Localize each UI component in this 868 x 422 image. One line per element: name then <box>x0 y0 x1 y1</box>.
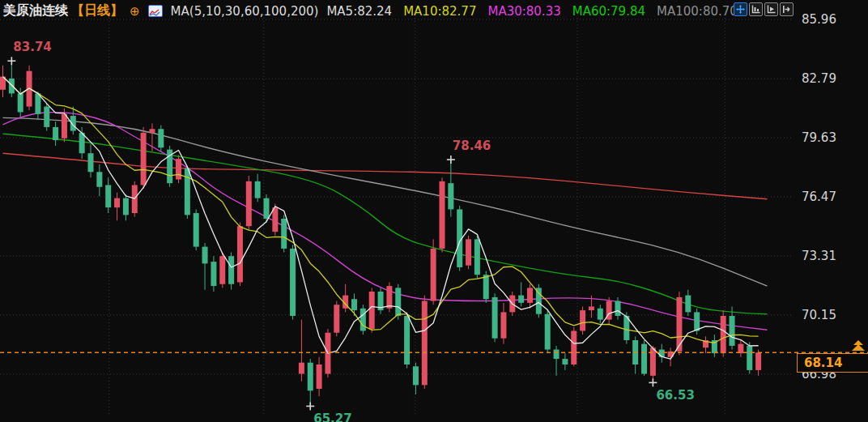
candle-down <box>474 236 480 279</box>
candle-up <box>334 301 339 337</box>
candle-up <box>219 253 225 288</box>
candle-down <box>545 310 551 353</box>
candle-down <box>659 344 665 363</box>
candle-up <box>272 204 278 236</box>
ma30-line <box>3 113 768 330</box>
candle-up <box>132 181 138 217</box>
playback-tool-button[interactable] <box>764 2 778 16</box>
candle-up <box>606 297 612 326</box>
instrument-title: 美原油连续 <box>3 2 68 19</box>
ma-legend: MA5:82.24 MA10:82.77 MA30:80.33 MA60:79.… <box>326 4 737 19</box>
mini-chart-icon[interactable] <box>148 5 163 17</box>
extreme-marker <box>306 402 314 410</box>
ma5-value: MA5:82.24 <box>326 4 392 19</box>
ma100-value: MA100:80.70 <box>657 4 738 19</box>
candle-down <box>9 61 15 97</box>
candle-up <box>721 310 726 357</box>
candle-up <box>668 347 674 366</box>
candle-down <box>70 107 76 135</box>
candle-down <box>518 282 524 306</box>
candles <box>0 61 761 406</box>
candle-down <box>228 253 234 290</box>
candle-up <box>431 239 436 305</box>
ma60-value: MA60:79.84 <box>572 4 645 19</box>
candle-down <box>492 293 498 342</box>
candle-up <box>571 327 577 366</box>
candle-up <box>580 306 585 335</box>
ma5-line <box>3 77 759 359</box>
candle-down <box>44 103 49 131</box>
candle-down <box>730 306 735 349</box>
candle-down <box>598 305 603 323</box>
candle-down <box>448 160 453 217</box>
candle-down <box>483 271 489 303</box>
candle-down <box>185 166 190 219</box>
candle-up <box>114 193 120 221</box>
candle-up <box>527 284 533 309</box>
candle-down <box>53 121 58 146</box>
candle-down <box>308 359 313 406</box>
candle-down <box>404 312 410 368</box>
candle-down <box>202 243 208 290</box>
candle-up <box>755 350 761 376</box>
candlestick-chart[interactable] <box>0 0 868 422</box>
candle-down <box>641 340 647 376</box>
candle-up <box>500 303 506 344</box>
candle-up <box>299 320 304 382</box>
candle-up <box>0 66 6 97</box>
candle-down <box>123 194 129 220</box>
period-label[interactable]: 【日线】 <box>71 2 123 19</box>
current-price-value: 68.14 <box>804 356 842 370</box>
candle-down <box>360 305 366 335</box>
candle-down <box>290 245 296 319</box>
ma30-value: MA30:80.33 <box>487 4 560 19</box>
candle-down <box>747 342 752 373</box>
ma10-value: MA10:82.77 <box>403 4 476 19</box>
candle-up <box>440 177 445 252</box>
extreme-marker <box>7 57 15 65</box>
ma60-line <box>3 134 768 313</box>
chart-window: 83.7478.4665.2766.5385.9682.7979.6376.47… <box>0 0 868 422</box>
pan-right-tool-button[interactable] <box>780 2 794 16</box>
candle-up <box>369 288 375 332</box>
candle-down <box>685 290 691 316</box>
candle-down <box>554 346 560 376</box>
crosshair-tool-button[interactable] <box>734 2 747 16</box>
candle-up <box>246 176 252 230</box>
candle-down <box>562 353 568 370</box>
candle-down <box>96 164 102 196</box>
candle-up <box>343 284 348 313</box>
candle-up <box>703 336 708 353</box>
candle-down <box>158 126 164 151</box>
current-price-badge: 68.14 <box>797 353 868 373</box>
extreme-marker <box>447 156 455 164</box>
candle-down <box>255 174 261 202</box>
candle-up <box>650 346 656 382</box>
candle-up <box>422 296 428 389</box>
candle-down <box>632 336 638 373</box>
jump-to-latest-icon[interactable] <box>850 340 866 353</box>
candle-down <box>615 297 621 320</box>
candle-up <box>141 127 147 189</box>
left-scale-tool-button[interactable] <box>749 2 763 16</box>
candle-down <box>712 335 717 357</box>
ma200-line <box>3 153 768 199</box>
chart-header: 美原油连续 【日线】 ⊕ MA(5,10,30,60,100,200) MA5:… <box>3 2 738 19</box>
candle-down <box>211 256 216 292</box>
candle-down <box>167 146 172 187</box>
ma-formula-label: MA(5,10,30,60,100,200) <box>171 4 319 19</box>
candle-up <box>386 282 392 312</box>
add-indicator-icon[interactable]: ⊕ <box>130 4 140 19</box>
candle-up <box>738 340 743 357</box>
extreme-marker <box>649 378 657 386</box>
candle-down <box>378 288 384 313</box>
candle-down <box>413 363 419 394</box>
candle-down <box>105 177 111 213</box>
candle-up <box>237 223 243 286</box>
candle-down <box>281 215 287 252</box>
chart-toolbar <box>734 2 794 16</box>
candle-down <box>88 144 94 178</box>
candle-down <box>194 209 199 250</box>
candle-up <box>176 156 181 184</box>
candle-up <box>466 236 471 270</box>
